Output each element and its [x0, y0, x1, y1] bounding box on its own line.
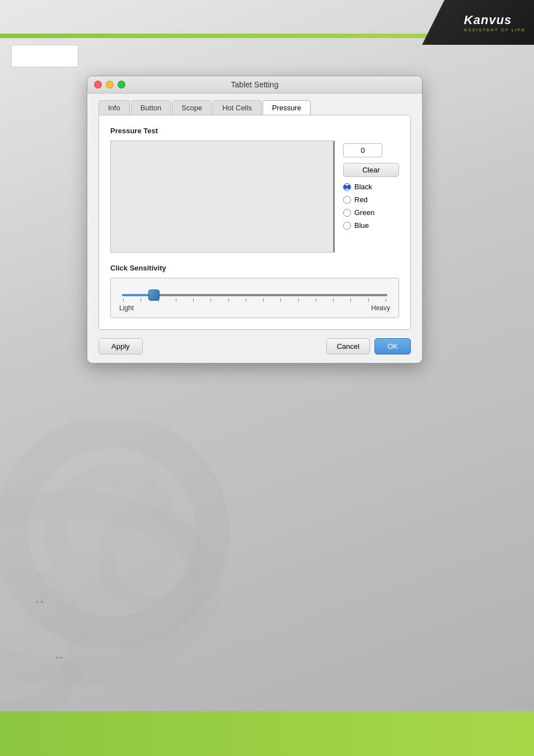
logo-tagline: ASSISTANT OF LIFE — [464, 27, 526, 32]
color-radio-group: Black Red Green Blue — [343, 183, 399, 230]
slider-min-label: Light — [119, 304, 134, 312]
logo-text: Kanvus — [464, 13, 512, 27]
content-area: Pressure Test 0 Clear Black — [99, 115, 411, 330]
title-bar: Tablet Setting — [87, 76, 422, 94]
close-button[interactable] — [94, 81, 102, 88]
apply-button[interactable]: Apply — [99, 338, 143, 354]
radio-blue[interactable]: Blue — [343, 221, 399, 230]
pressure-value: 0 — [343, 143, 382, 157]
slider-ticks — [122, 298, 387, 302]
bottom-stripe — [0, 711, 534, 756]
pressure-section: 0 Clear Black Red — [110, 141, 399, 253]
bottom-buttons: Apply Cancel OK — [87, 330, 422, 363]
radio-green[interactable]: Green — [343, 208, 399, 217]
tab-hot-cells[interactable]: Hot Cells — [213, 100, 261, 115]
top-left-box — [11, 45, 78, 67]
ok-button[interactable]: OK — [374, 338, 411, 354]
pressure-canvas[interactable] — [110, 141, 335, 253]
tab-info[interactable]: Info — [99, 100, 130, 115]
radio-circle-blue — [343, 222, 351, 230]
window-controls — [94, 81, 125, 88]
clear-button[interactable]: Clear — [343, 163, 399, 177]
slider-track — [122, 294, 387, 296]
deco-text-2: " " — [56, 656, 63, 664]
pressure-test-label: Pressure Test — [110, 127, 399, 135]
tab-scope[interactable]: Scope — [172, 100, 212, 115]
ok-cancel-group: Cancel OK — [326, 338, 411, 354]
sensitivity-box: Light Heavy — [110, 278, 399, 318]
radio-black[interactable]: Black — [343, 183, 399, 191]
slider-max-label: Heavy — [371, 304, 390, 312]
radio-circle-green — [343, 209, 351, 217]
sensitivity-label: Click Sensitivity — [110, 264, 399, 272]
maximize-button[interactable] — [118, 81, 125, 88]
slider-labels: Light Heavy — [119, 304, 390, 312]
pressure-controls: 0 Clear Black Red — [343, 141, 399, 253]
tab-pressure[interactable]: Pressure — [263, 100, 311, 115]
minimize-button[interactable] — [106, 81, 114, 88]
radio-circle-red — [343, 196, 351, 204]
sensitivity-section: Click Sensitivity — [110, 264, 399, 318]
radio-red[interactable]: Red — [343, 195, 399, 204]
deco-text-1: " " — [36, 600, 43, 608]
slider-thumb[interactable] — [148, 290, 160, 301]
cancel-button[interactable]: Cancel — [326, 338, 370, 354]
tab-button[interactable]: Button — [131, 100, 171, 115]
tabs-row: Info Button Scope Hot Cells Pressure — [87, 94, 422, 115]
radio-circle-black — [343, 183, 351, 191]
decorative-swirls — [0, 420, 347, 728]
window-title: Tablet Setting — [231, 80, 279, 89]
dialog-window: Tablet Setting Info Button Scope Hot Cel… — [87, 76, 423, 363]
